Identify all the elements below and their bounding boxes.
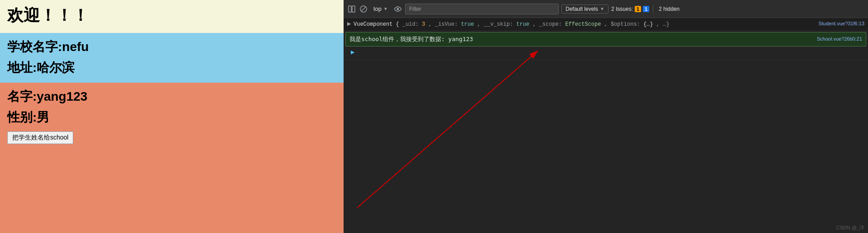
devtools-toolbar: top ▼ Default levels ▼ 2 Issues: 1 1 2 h… [344, 0, 868, 18]
svg-line-3 [361, 7, 366, 11]
console-row-vue: ▶ VueComponent { _uid: 3 , _isVue: true … [344, 18, 868, 31]
console-content: ▶ VueComponent { _uid: 3 , _isVue: true … [344, 18, 868, 233]
school-address-text: 地址:哈尔滨 [7, 59, 336, 76]
vue-component-log: VueComponent { _uid: 3 , _isVue: true , … [354, 20, 815, 29]
expand-arrow-vue[interactable]: ▶ [347, 21, 351, 27]
console-row-highlight: 我是school组件，我接受到了数据: yang123 School.vue?2… [345, 32, 866, 47]
warn-badge: 1 [635, 6, 641, 12]
svg-rect-0 [349, 6, 351, 12]
info-badge: 1 [643, 6, 649, 12]
watermark: CSDN @_洋 [836, 224, 864, 231]
school-section: 学校名字:nefu 地址:哈尔滨 [0, 33, 344, 83]
eye-icon[interactable] [393, 5, 402, 14]
welcome-section: 欢迎！！！ [0, 0, 344, 33]
issues-label: 2 Issues: [611, 6, 633, 12]
source-link-school[interactable]: School.vue?26b0:21 [817, 36, 862, 42]
filter-input[interactable] [405, 4, 559, 14]
toolbar-divider [653, 5, 653, 14]
issues-badge[interactable]: 2 Issues: 1 1 [611, 6, 649, 12]
panel-toggle-icon[interactable] [347, 5, 356, 14]
send-name-button[interactable]: 把学生姓名给school [7, 131, 73, 144]
school-name-text: 学校名字:nefu [7, 38, 336, 56]
svg-rect-1 [352, 6, 355, 12]
student-gender-text: 性别:男 [7, 109, 336, 126]
source-link-student[interactable]: Student.vue?31f6:13 [818, 21, 864, 26]
block-icon[interactable] [359, 5, 368, 14]
expand-arrow-blue[interactable]: ▶ [351, 49, 354, 55]
school-component-log: 我是school组件，我接受到了数据: yang123 [349, 35, 473, 43]
levels-label: Default levels [566, 6, 598, 12]
highlighted-row-wrapper: 我是school组件，我接受到了数据: yang123 School.vue?2… [344, 32, 868, 47]
console-row-expand: ▶ [344, 47, 868, 60]
student-section: 名字:yang123 性别:男 把学生姓名给school [0, 83, 344, 233]
levels-arrow: ▼ [600, 6, 604, 11]
levels-dropdown[interactable]: Default levels ▼ [561, 5, 609, 14]
svg-point-4 [396, 8, 399, 10]
hidden-count[interactable]: 2 hidden [659, 6, 679, 12]
student-name-text: 名字:yang123 [7, 88, 336, 105]
devtools-panel: top ▼ Default levels ▼ 2 Issues: 1 1 2 h… [344, 0, 868, 233]
context-selector[interactable]: top ▼ [371, 5, 391, 13]
context-dropdown-arrow: ▼ [383, 6, 388, 11]
vue-app-panel: 欢迎！！！ 学校名字:nefu 地址:哈尔滨 名字:yang123 性别:男 把… [0, 0, 344, 233]
context-label: top [373, 5, 382, 12]
welcome-text: 欢迎！！！ [7, 5, 336, 27]
